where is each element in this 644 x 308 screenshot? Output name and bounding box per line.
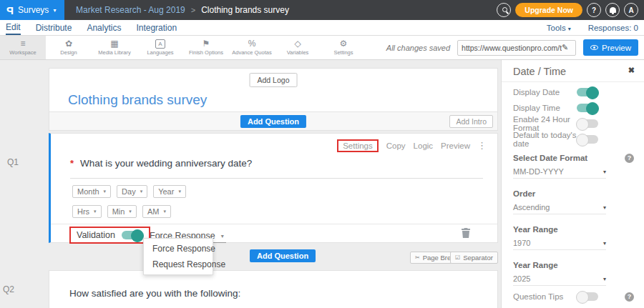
separator-icon: ☑ bbox=[455, 254, 460, 261]
field-label-row-order: Order bbox=[513, 187, 634, 200]
question-settings-link[interactable]: Settings bbox=[337, 139, 379, 152]
month-select[interactable]: Month▾ bbox=[72, 185, 111, 198]
breadcrumb-parent-link[interactable]: Market Research - Aug 2019 bbox=[76, 5, 185, 15]
surveys-product-menu[interactable]: P Surveys ▾ bbox=[0, 0, 64, 20]
toolbar-item-design[interactable]: ✿ Design bbox=[46, 36, 92, 59]
toolbar-item-settings[interactable]: ⚙ Settings bbox=[321, 36, 366, 59]
minutes-select-value: Min bbox=[112, 207, 125, 216]
account-avatar[interactable]: A bbox=[624, 3, 638, 17]
field-label-row-year-end: Year Range bbox=[513, 259, 634, 272]
surveys-menu-label: Surveys bbox=[18, 5, 49, 15]
chevron-down-icon: ▾ bbox=[603, 276, 606, 282]
question-more-menu-icon[interactable]: ⋮ bbox=[477, 140, 487, 151]
default-today-toggle[interactable] bbox=[577, 135, 598, 144]
question-logic-link[interactable]: Logic bbox=[414, 141, 434, 150]
add-logo-button[interactable]: Add Logo bbox=[250, 73, 298, 87]
top-bar: P Surveys ▾ Market Research - Aug 2019 >… bbox=[0, 0, 644, 20]
ampm-select-value: AM bbox=[147, 207, 160, 216]
help-icon[interactable]: ? bbox=[625, 154, 634, 163]
help-button[interactable]: ? bbox=[587, 3, 601, 17]
setting-row-display-time: Display Time bbox=[513, 101, 634, 114]
question-preview-link[interactable]: Preview bbox=[441, 141, 470, 150]
order-value: Ascending bbox=[513, 203, 550, 212]
page-break-icon: ✂ bbox=[415, 254, 420, 261]
hours-select[interactable]: Hrs▾ bbox=[72, 205, 102, 218]
day-select-value: Day bbox=[122, 187, 136, 196]
tab-edit[interactable]: Edit bbox=[6, 21, 21, 35]
notifications-button[interactable] bbox=[605, 3, 620, 17]
tools-menu[interactable]: Tools▾ bbox=[547, 24, 571, 32]
add-question-button[interactable]: Add Question bbox=[250, 249, 316, 262]
year-range-end-select[interactable]: 2025 ▾ bbox=[513, 274, 606, 286]
question-copy-link[interactable]: Copy bbox=[386, 141, 406, 150]
year-end-value: 2025 bbox=[513, 274, 530, 283]
toolbar-item-media-library[interactable]: ▦ Media Library bbox=[92, 36, 137, 59]
add-question-button[interactable]: Add Question bbox=[240, 115, 306, 128]
setting-row-24-hour: Enable 24 Hour Format bbox=[513, 117, 634, 130]
question-actions: Settings Copy Logic Preview bbox=[337, 141, 470, 150]
separator-button[interactable]: ☑ Separator bbox=[450, 252, 498, 264]
toolbar-label: Media Library bbox=[98, 49, 130, 56]
chevron-down-icon: ▾ bbox=[603, 204, 606, 211]
survey-url-box: ✎ bbox=[457, 40, 576, 56]
delete-question-button[interactable] bbox=[462, 228, 470, 241]
tab-integration[interactable]: Integration bbox=[136, 21, 177, 34]
day-select[interactable]: Day▾ bbox=[117, 185, 147, 198]
nav-right: Tools▾ Responses: 0 bbox=[547, 24, 638, 32]
advance-quotas-icon: % bbox=[248, 39, 256, 49]
chevron-down-icon: ▾ bbox=[53, 7, 56, 14]
field-label: Order bbox=[513, 189, 535, 198]
toolbar-item-finish-options[interactable]: ⚑ Finish Options bbox=[183, 36, 229, 59]
display-date-toggle[interactable] bbox=[577, 88, 598, 96]
display-time-toggle[interactable] bbox=[577, 104, 598, 112]
tab-distribute[interactable]: Distribute bbox=[36, 21, 72, 34]
add-intro-button[interactable]: Add Intro bbox=[449, 115, 493, 128]
finish-options-icon: ⚑ bbox=[203, 39, 210, 49]
year-range-start-select[interactable]: 1970 ▾ bbox=[513, 239, 606, 250]
languages-icon: A bbox=[155, 39, 165, 49]
preview-button[interactable]: Preview bbox=[583, 39, 638, 56]
edit-url-pencil-icon[interactable]: ✎ bbox=[562, 43, 568, 52]
setting-row-display-date: Display Date bbox=[513, 86, 634, 99]
validation-toggle[interactable] bbox=[122, 231, 143, 239]
order-select[interactable]: Ascending ▾ bbox=[513, 203, 606, 214]
chevron-down-icon: ▾ bbox=[603, 169, 606, 175]
search-button[interactable] bbox=[497, 3, 511, 17]
setting-label: Display Time bbox=[513, 104, 577, 112]
add-question-band: Add Question Add Intro bbox=[49, 111, 497, 130]
minutes-select[interactable]: Min▾ bbox=[107, 205, 137, 218]
chevron-down-icon: ▾ bbox=[163, 209, 166, 214]
year-select[interactable]: Year▾ bbox=[153, 185, 186, 198]
field-label-row-year-start: Year Range bbox=[513, 223, 634, 236]
survey-url-input[interactable] bbox=[462, 44, 562, 52]
field-label: Year Range bbox=[513, 225, 558, 234]
bell-icon bbox=[610, 7, 616, 13]
responses-count[interactable]: Responses: 0 bbox=[588, 24, 638, 32]
toolbar-item-advance-quotas[interactable]: % Advance Quotas bbox=[229, 36, 275, 59]
question-tips-toggle[interactable] bbox=[577, 292, 598, 301]
chevron-down-icon: ▾ bbox=[104, 189, 107, 194]
question-text-field[interactable]: * What is your wedding anniversary date? bbox=[70, 158, 483, 179]
panel-title: Date / Time bbox=[513, 66, 566, 77]
ampm-select[interactable]: AM▾ bbox=[142, 205, 171, 218]
questionpro-logo-icon: P bbox=[6, 4, 14, 16]
close-icon[interactable]: ✖ bbox=[628, 66, 635, 75]
upgrade-now-button[interactable]: Upgrade Now bbox=[515, 3, 582, 17]
tab-analytics[interactable]: Analytics bbox=[87, 21, 121, 34]
toolbar-item-languages[interactable]: A Languages bbox=[137, 36, 183, 59]
enable-24-hour-toggle[interactable] bbox=[577, 119, 598, 128]
setting-label: Question Tips bbox=[513, 292, 577, 301]
menu-item-force-response[interactable]: Force Response bbox=[144, 241, 213, 257]
toolbar-item-workspace[interactable]: ≡ Workspace bbox=[0, 36, 46, 59]
date-time-settings-panel: Date / Time ✖ Display Date Display Time … bbox=[501, 60, 644, 308]
field-label: Year Range bbox=[513, 261, 558, 269]
survey-title[interactable]: Clothing brands survey bbox=[68, 92, 207, 108]
question-text[interactable]: How satisfied are you with the following… bbox=[69, 288, 240, 299]
time-selects-row: Hrs▾ Min▾ AM▾ bbox=[72, 205, 171, 218]
menu-item-request-response[interactable]: Request Response bbox=[144, 257, 213, 272]
toolbar-item-variables[interactable]: ◇ Variables bbox=[275, 36, 321, 59]
help-icon[interactable]: ? bbox=[625, 292, 634, 302]
editor-toolbar: ≡ Workspace ✿ Design ▦ Media Library A L… bbox=[0, 36, 644, 60]
date-format-select[interactable]: MM-DD-YYYY ▾ bbox=[513, 167, 606, 179]
question-card-q2: How satisfied are you with the following… bbox=[49, 270, 498, 308]
